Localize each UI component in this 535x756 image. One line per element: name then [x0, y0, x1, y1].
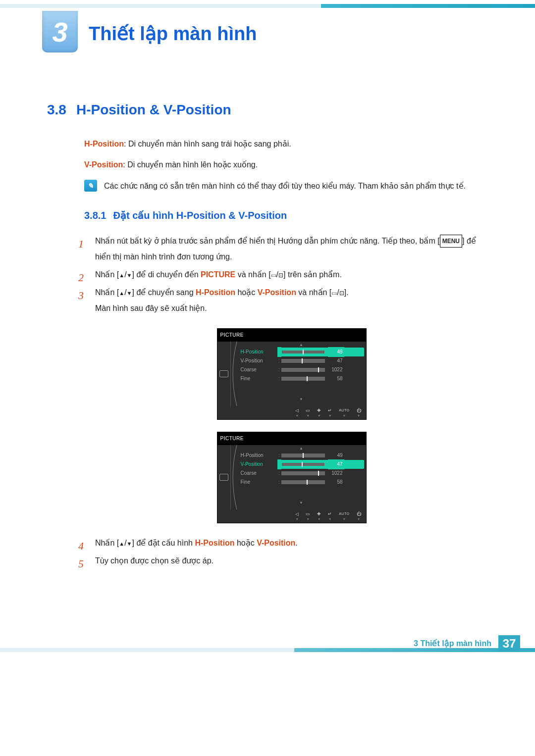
step-3-text-d: và nhấn [ — [296, 288, 331, 297]
step-5-text: Tùy chọn được chọn sẽ được áp. — [95, 556, 214, 565]
definition-v-text: : Di chuyển màn hình lên hoặc xuống. — [123, 160, 258, 169]
slider-tick-icon — [318, 367, 319, 372]
osd-row: V-Position:47 — [239, 356, 364, 365]
osd-row-sep: : — [277, 374, 281, 384]
step-3: Nhấn [/] để chuyển sang H-Position hoặc … — [74, 285, 488, 523]
osd-row: Fine:58 — [239, 374, 364, 383]
picture-mode-icon — [219, 474, 228, 481]
osd-row: Fine:58 — [239, 478, 364, 487]
osd-btn-power: ⏻ — [357, 408, 361, 418]
section-title: H-Position & V-Position — [76, 102, 231, 117]
osd-row-label: V-Position — [239, 459, 277, 469]
definition-h-text: : Di chuyển màn hình sang trái hoặc sang… — [124, 140, 291, 148]
osd-arc — [231, 445, 238, 509]
chapter-title: Thiết lập màn hình — [89, 23, 257, 45]
osd-row-value: 1022 — [328, 468, 345, 478]
step-4-text-d: . — [295, 539, 297, 547]
osd-row-sep: : — [277, 477, 281, 487]
osd-row-sep: : — [277, 356, 281, 366]
osd-row-slider — [281, 368, 325, 372]
footer-label: 3 Thiết lập màn hình — [414, 639, 491, 648]
step-4-text-a: Nhấn [ — [95, 539, 119, 547]
osd-row-value: 1022 — [328, 365, 345, 375]
definition-h-position: H-Position: Di chuyển màn hình sang trái… — [84, 138, 488, 151]
subsection-heading: 3.8.1Đặt cấu hình H-Position & V-Positio… — [84, 209, 488, 221]
step-4-text-b: ] để đặt cấu hình — [132, 539, 195, 547]
osd-row-label: Fine — [239, 374, 277, 384]
term-v-position: V-Position — [84, 160, 123, 169]
step-3-text-c: hoặc — [235, 288, 258, 297]
step-4: Nhấn [/] để đặt cấu hình H-Position hoặc… — [74, 535, 488, 551]
osd-panel-2: PICTURE ▲ H-Position:49V-Position:47Coar… — [217, 432, 367, 523]
osd-row-slider — [281, 377, 325, 381]
footer: 3 Thiết lập màn hình 37 — [0, 648, 535, 657]
osd-btn-plus: ✚ — [317, 408, 321, 418]
osd-row: V-Position:47 — [239, 460, 364, 469]
note-text: Các chức năng có sẵn trên màn hình có th… — [104, 180, 466, 193]
osd-btn-minus: ▭ — [306, 511, 310, 522]
step-2-text-a: Nhấn [ — [95, 270, 119, 279]
osd-row-sep: : — [277, 347, 281, 357]
step-1-text-a: Nhấn nút bất kỳ ở phía trước sản phẩm để… — [95, 237, 440, 245]
triangle-up-icon — [119, 270, 124, 279]
osd-row-value: 49 — [328, 347, 345, 357]
osd-row-label: Coarse — [239, 365, 277, 375]
slider-tick-icon — [318, 471, 319, 476]
slider-tick-icon — [307, 480, 308, 485]
osd-row-slider — [281, 480, 325, 484]
footer-page-number: 37 — [498, 635, 520, 652]
osd-title: PICTURE — [217, 432, 366, 445]
osd-btn-auto: AUTO — [339, 408, 349, 418]
step-2-text-b: ] để di chuyển đến — [132, 270, 201, 279]
osd-row-slider — [281, 454, 325, 457]
triangle-down-icon — [127, 270, 132, 279]
osd-row-value: 49 — [328, 451, 345, 460]
osd-btn-minus: ▭ — [306, 408, 310, 418]
keyword-v-position: V-Position — [258, 288, 296, 297]
osd-row-slider — [281, 471, 325, 475]
osd-btn-enter: ↵ — [328, 408, 332, 418]
step-2-text-d: ] trên sản phẩm. — [283, 270, 342, 279]
keyword-h-position: H-Position — [196, 288, 235, 297]
triangle-up-icon — [119, 539, 124, 547]
subsection-title: Đặt cấu hình H-Position & V-Position — [113, 210, 287, 221]
triangle-up-icon — [119, 288, 124, 297]
keyword-picture: PICTURE — [201, 270, 235, 279]
step-3-text-e: ]. — [344, 288, 349, 297]
step-4-text-c: hoặc — [234, 539, 257, 547]
step-3-text-b: ] để chuyển sang — [132, 288, 196, 297]
osd-title: PICTURE — [217, 329, 366, 342]
osd-row-slider — [281, 359, 325, 363]
osd-row: Coarse:1022 — [239, 365, 364, 374]
step-3-text-f: Màn hình sau đây sẽ xuất hiện. — [95, 304, 207, 312]
term-h-position: H-Position — [84, 140, 124, 148]
step-3-text-a: Nhấn [ — [95, 288, 119, 297]
steps-list: Nhấn nút bất kỳ ở phía trước sản phẩm để… — [74, 233, 488, 569]
keyword-h-position: H-Position — [195, 539, 234, 547]
osd-button-bar: ◁ ▭ ✚ ↵ AUTO ⏻ — [217, 509, 366, 523]
osd-row: H-Position:49 — [239, 348, 364, 356]
osd-btn-plus: ✚ — [317, 511, 321, 522]
chapter-header: 3 Thiết lập màn hình — [0, 11, 535, 52]
chapter-number-badge: 3 — [42, 11, 78, 52]
osd-side-icon-col — [217, 445, 231, 509]
osd-row-value: 58 — [328, 374, 345, 384]
note-icon: ✎ — [84, 180, 97, 192]
osd-panel-1: PICTURE ▲ H-Position:49V-Position:47Coar… — [217, 328, 367, 420]
slider-tick-icon — [302, 358, 303, 363]
keyword-v-position: V-Position — [257, 539, 295, 547]
slider-tick-icon — [303, 453, 304, 458]
osd-row-sep: : — [277, 459, 281, 469]
osd-row-label: Coarse — [239, 468, 277, 478]
chevron-down-icon: ▼ — [239, 501, 364, 505]
step-2: Nhấn [/] để di chuyển đến PICTURE và nhấ… — [74, 267, 488, 283]
section-heading: 3.8H-Position & V-Position — [47, 102, 488, 118]
section-number: 3.8 — [47, 102, 66, 117]
osd-btn-enter: ↵ — [328, 511, 332, 522]
osd-list: ▲ H-Position:49V-Position:47Coarse:1022F… — [238, 445, 366, 509]
osd-row-label: Fine — [239, 477, 277, 487]
subsection-number: 3.8.1 — [84, 210, 106, 221]
triangle-down-icon — [127, 288, 132, 297]
step-2-text-c: và nhấn [ — [235, 270, 270, 279]
osd-btn-auto: AUTO — [339, 511, 349, 522]
